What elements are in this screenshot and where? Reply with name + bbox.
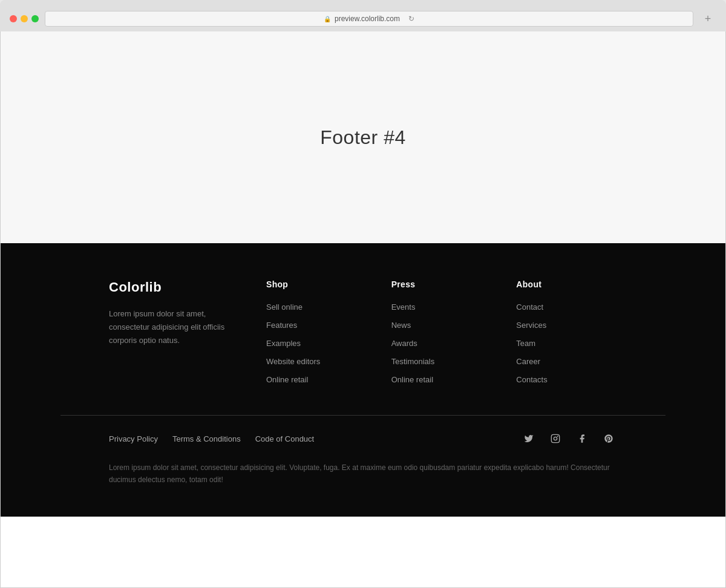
list-item: Testimonials	[391, 356, 492, 367]
footer-col-shop: Shop Sell online Features Examples Websi…	[266, 279, 367, 385]
browser-window: Footer #4 Colorlib Lorem ipsum dolor sit…	[0, 31, 726, 588]
shop-link-examples[interactable]: Examples	[266, 339, 301, 348]
terms-conditions-link[interactable]: Terms & Conditions	[172, 434, 241, 443]
page-header: Footer #4	[1, 31, 725, 243]
url-text: preview.colorlib.com	[335, 15, 400, 23]
twitter-icon[interactable]	[520, 430, 537, 447]
list-item: Awards	[391, 338, 492, 348]
footer: Colorlib Lorem ipsum dolor sit amet, con…	[1, 243, 725, 517]
lock-icon: 🔒	[324, 16, 331, 22]
list-item: Career	[516, 356, 617, 367]
shop-link-website-editors[interactable]: Website editors	[266, 357, 320, 366]
footer-bottom: Privacy Policy Terms & Conditions Code o…	[60, 416, 666, 462]
list-item: Examples	[266, 338, 367, 348]
refresh-icon[interactable]: ↻	[408, 15, 414, 23]
about-link-services[interactable]: Services	[516, 321, 546, 330]
footer-columns: Shop Sell online Features Examples Websi…	[266, 279, 617, 385]
list-item: Contacts	[516, 374, 617, 385]
facebook-icon[interactable]	[574, 430, 590, 447]
list-item: Services	[516, 319, 617, 330]
close-button[interactable]	[10, 15, 17, 22]
about-links: Contact Services Team Career Contacts	[516, 301, 617, 385]
list-item: News	[391, 319, 492, 330]
footer-col-about: About Contact Services Team Career Conta…	[516, 279, 617, 385]
list-item: Online retail	[266, 374, 367, 385]
press-links: Events News Awards Testimonials Online r…	[391, 301, 492, 385]
footer-main: Colorlib Lorem ipsum dolor sit amet, con…	[60, 279, 666, 385]
shop-link-online-retail[interactable]: Online retail	[266, 375, 308, 384]
brand-name: Colorlib	[109, 279, 230, 295]
browser-chrome: 🔒 preview.colorlib.com ↻ +	[0, 0, 726, 31]
svg-point-1	[554, 437, 557, 440]
shop-heading: Shop	[266, 279, 367, 289]
press-link-awards[interactable]: Awards	[391, 339, 417, 348]
about-heading: About	[516, 279, 617, 289]
code-of-conduct-link[interactable]: Code of Conduct	[255, 434, 315, 443]
page-title: Footer #4	[320, 126, 405, 149]
footer-brand: Colorlib Lorem ipsum dolor sit amet, con…	[109, 279, 230, 385]
shop-link-features[interactable]: Features	[266, 321, 297, 330]
footer-legal-links: Privacy Policy Terms & Conditions Code o…	[109, 434, 314, 443]
press-link-online-retail[interactable]: Online retail	[391, 375, 433, 384]
list-item: Team	[516, 338, 617, 348]
social-icons	[520, 430, 617, 447]
address-bar[interactable]: 🔒 preview.colorlib.com ↻	[45, 11, 693, 27]
fullscreen-button[interactable]	[31, 15, 39, 22]
about-link-career[interactable]: Career	[516, 357, 540, 366]
list-item: Sell online	[266, 301, 367, 312]
traffic-lights	[10, 15, 39, 22]
copyright-text: Lorem ipsum dolor sit amet, consectetur …	[109, 462, 617, 486]
press-link-news[interactable]: News	[391, 321, 411, 330]
privacy-policy-link[interactable]: Privacy Policy	[109, 434, 158, 443]
shop-link-sell-online[interactable]: Sell online	[266, 302, 302, 312]
new-tab-button[interactable]: +	[699, 10, 716, 27]
shop-links: Sell online Features Examples Website ed…	[266, 301, 367, 385]
press-link-events[interactable]: Events	[391, 302, 416, 312]
list-item: Contact	[516, 301, 617, 312]
list-item: Events	[391, 301, 492, 312]
footer-col-press: Press Events News Awards Testimonials On…	[391, 279, 492, 385]
about-link-team[interactable]: Team	[516, 339, 535, 348]
about-link-contact[interactable]: Contact	[516, 302, 543, 312]
press-link-testimonials[interactable]: Testimonials	[391, 357, 435, 366]
press-heading: Press	[391, 279, 492, 289]
svg-rect-0	[551, 434, 559, 442]
list-item: Online retail	[391, 374, 492, 385]
about-link-contacts[interactable]: Contacts	[516, 375, 547, 384]
list-item: Features	[266, 319, 367, 330]
instagram-icon[interactable]	[547, 430, 564, 447]
minimize-button[interactable]	[21, 15, 28, 22]
brand-description: Lorem ipsum dolor sit amet, consectetur …	[109, 307, 230, 347]
svg-point-2	[557, 436, 558, 437]
pinterest-icon[interactable]	[600, 430, 617, 447]
list-item: Website editors	[266, 356, 367, 367]
footer-copyright: Lorem ipsum dolor sit amet, consectetur …	[60, 462, 666, 517]
